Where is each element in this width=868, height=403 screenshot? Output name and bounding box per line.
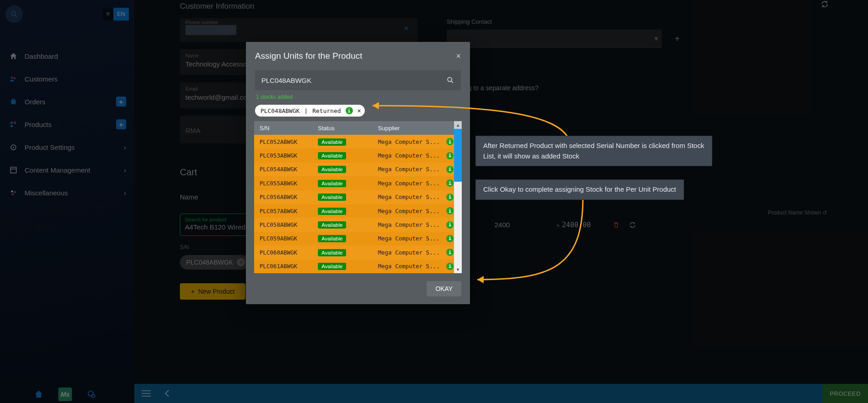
info-icon[interactable]: i: [446, 179, 454, 187]
blocks-icon: [8, 119, 18, 129]
back-icon[interactable]: [163, 389, 170, 398]
available-badge: Available: [318, 194, 346, 201]
col-sn: S/N: [254, 125, 318, 132]
clear-phone-icon[interactable]: ×: [403, 24, 412, 33]
sidebar-item-orders[interactable]: Orders +: [0, 90, 134, 113]
dialog-search-value: PLC048ABWGK: [261, 77, 311, 84]
svg-point-11: [10, 190, 13, 192]
content-icon: [8, 165, 18, 175]
settings-small-icon[interactable]: [85, 388, 98, 401]
phone-field[interactable]: Phone number ×: [180, 18, 418, 42]
hamburger-icon[interactable]: [142, 390, 151, 397]
annotation-box-2: Click Okay to complete assigning Stock f…: [475, 179, 684, 200]
home-icon: [8, 51, 18, 61]
btn-label: New Product: [198, 288, 235, 295]
chip-sep: |: [304, 107, 308, 114]
stock-row[interactable]: PLC057ABWGKAvailableMega Computer S...i: [254, 204, 462, 218]
language-toggle[interactable]: বা EN: [102, 8, 129, 20]
proceed-button[interactable]: PROCEED: [822, 384, 868, 403]
stock-row[interactable]: PLC061ABWGKAvailableMega Computer S...i: [254, 260, 462, 273]
svg-point-0: [11, 11, 15, 15]
row-status: Available: [318, 249, 378, 256]
annotation-arrow-2: [469, 195, 587, 286]
chip-status: Returned: [312, 107, 341, 114]
delete-row-icon[interactable]: [613, 221, 620, 229]
nav-label: Products: [25, 121, 51, 128]
sidebar-item-miscellaneous[interactable]: Miscellaneous ›: [0, 181, 134, 204]
info-icon[interactable]: i: [446, 207, 454, 214]
info-icon[interactable]: i: [446, 166, 454, 173]
row-status: Available: [318, 180, 378, 187]
available-badge: Available: [318, 166, 346, 173]
phone-label: Phone number: [185, 20, 236, 25]
svg-rect-5: [14, 122, 16, 124]
chip-remove-icon[interactable]: ×: [357, 107, 361, 114]
add-shipping-icon[interactable]: +: [672, 33, 683, 44]
add-icon[interactable]: +: [116, 97, 126, 107]
stock-row[interactable]: PLC056ABWGKAvailableMega Computer S...i: [254, 190, 462, 204]
annotation-text: After Returned Product with selected Ser…: [475, 136, 712, 166]
nav-label: Product Settings: [25, 143, 75, 151]
available-badge: Available: [318, 235, 346, 242]
info-icon[interactable]: i: [446, 235, 454, 242]
sidebar: বা EN Dashboard Customers Or: [0, 0, 134, 403]
svg-rect-4: [10, 122, 13, 124]
sidebar-search-button[interactable]: [5, 5, 23, 23]
row-status: Available: [318, 235, 378, 242]
svg-rect-6: [10, 125, 13, 127]
new-product-button[interactable]: + New Product: [180, 283, 245, 300]
sn-chip-label: PLC048ABWGK: [186, 259, 233, 266]
row-sn: PLC060ABWGK: [254, 249, 318, 256]
sidebar-item-product-settings[interactable]: Product Settings ›: [0, 136, 134, 158]
available-badge: Available: [318, 180, 346, 187]
sidebar-item-customers[interactable]: Customers: [0, 67, 134, 90]
row-sn: PLC053ABWGK: [254, 152, 318, 159]
available-badge: Available: [318, 208, 346, 215]
shipping-select[interactable]: ▾: [447, 30, 662, 48]
stock-row[interactable]: PLC059ABWGKAvailableMega Computer S...i: [254, 232, 462, 245]
added-stock-chip[interactable]: PLC048ABWGK | Returned i ×: [255, 105, 365, 117]
available-badge: Available: [318, 249, 346, 256]
okay-button[interactable]: OKAY: [427, 281, 461, 296]
misc-icon: [8, 188, 18, 198]
info-icon[interactable]: i: [446, 194, 454, 201]
annotation-text: Click Okay to complete assigning Stock f…: [475, 179, 684, 200]
row-sn: PLC054ABWGK: [254, 166, 318, 173]
svg-point-16: [448, 77, 452, 82]
row-supplier: Mega Computer S...: [378, 194, 446, 200]
refresh-icon[interactable]: [821, 0, 829, 8]
dialog-search-input[interactable]: PLC048ABWGK: [255, 70, 461, 90]
stock-row[interactable]: PLC058ABWGKAvailableMega Computer S...i: [254, 218, 462, 231]
available-badge: Available: [318, 221, 346, 229]
svg-point-13: [11, 193, 14, 195]
sidebar-item-dashboard[interactable]: Dashboard: [0, 45, 134, 67]
refresh-row-icon[interactable]: [629, 221, 636, 229]
add-icon[interactable]: +: [116, 119, 126, 129]
lang-en[interactable]: EN: [113, 8, 129, 20]
stock-row[interactable]: PLC054ABWGKAvailableMega Computer S...i: [254, 163, 462, 176]
caret-down-icon: ▾: [654, 34, 658, 43]
search-icon[interactable]: [446, 76, 454, 84]
stock-row[interactable]: PLC060ABWGKAvailableMega Computer S...i: [254, 245, 462, 259]
svg-point-12: [14, 191, 16, 193]
sidebar-item-content-management[interactable]: Content Management ›: [0, 158, 134, 181]
row-supplier: Mega Computer S...: [378, 235, 446, 242]
product-name-shown-hint: Product Name Shown ↺: [768, 209, 827, 216]
scroll-down-icon[interactable]: ▾: [454, 265, 462, 273]
stock-row[interactable]: PLC055ABWGKAvailableMega Computer S...i: [254, 176, 462, 190]
row-sn: PLC056ABWGK: [254, 194, 318, 200]
svg-point-14: [88, 391, 93, 396]
customer-info-title: Customer Information: [134, 0, 868, 18]
row-sn: PLC055ABWGK: [254, 180, 318, 187]
info-icon[interactable]: i: [446, 221, 454, 229]
row-supplier: Mega Computer S...: [378, 249, 446, 256]
info-icon[interactable]: i: [446, 249, 454, 256]
sn-chip[interactable]: PLC048ABWGK ×: [180, 255, 250, 270]
chip-remove-icon[interactable]: ×: [237, 258, 245, 266]
dialog-close-icon[interactable]: ×: [456, 51, 461, 61]
home-small-icon[interactable]: [32, 388, 46, 401]
ms-logo-icon[interactable]: Ms: [58, 388, 72, 401]
info-icon[interactable]: i: [446, 263, 454, 270]
sidebar-item-products[interactable]: Products +: [0, 113, 134, 136]
lang-bn[interactable]: বা: [102, 8, 113, 20]
